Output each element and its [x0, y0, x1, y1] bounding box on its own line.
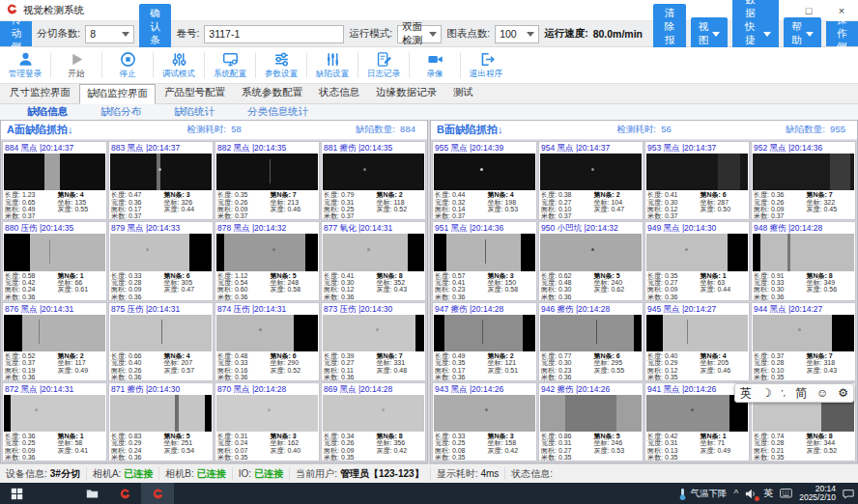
stat-area: 面积: 0.12 — [647, 367, 699, 374]
weather-text: 气温下降 — [690, 488, 727, 500]
defect-cell-953[interactable]: 953 黑点 |20:14:37长度: 0.41宽度: 0.30面积: 0.12… — [644, 141, 750, 220]
defect-cell-title: 951 黑点 |20:14:36 — [433, 222, 536, 234]
status-segment-6: 状态信息: — [511, 467, 561, 481]
param-settings-button[interactable]: 参数设置 — [256, 47, 306, 83]
tab-main-5[interactable]: 边缘数据记录 — [368, 83, 444, 103]
tab-main-2[interactable]: 产品型号配置 — [157, 83, 233, 103]
exit-program-button[interactable]: 退出程序 — [461, 47, 511, 83]
defect-cell-872[interactable]: 872 黑点 |20:14:31长度: 0.36宽度: 0.25面积: 0.09… — [2, 382, 107, 462]
defect-cell-950[interactable]: 950 小凹坑 |20:14:32长度: 0.62宽度: 0.48面积: 0.3… — [538, 221, 644, 300]
taskbar-left — [0, 483, 174, 504]
defect-cell-878[interactable]: 878 黑点 |20:14:32长度: 1.12宽度: 0.54面积: 0.60… — [214, 221, 320, 300]
debug-mode-button[interactable]: 调试模式 — [154, 47, 204, 83]
tab-sub-1[interactable]: 缺陷分布 — [100, 105, 141, 119]
defect-cell-884[interactable]: 884 黑点 |20:14:37长度: 1.23宽度: 0.65面积: 0.49… — [2, 141, 107, 220]
stat-length: 长度: 0.41 — [324, 272, 375, 279]
defect-cell-944[interactable]: 944 黑点 |20:14:27长度: 0.37宽度: 0.28面积: 0.10… — [751, 302, 856, 381]
defect-cell-945[interactable]: 945 黑点 |20:14:27长度: 0.40宽度: 0.29面积: 0.12… — [644, 302, 750, 381]
volume-icon[interactable] — [745, 489, 757, 499]
defect-cell-949[interactable]: 949 黑点 |20:14:30长度: 0.35宽度: 0.27面积: 0.09… — [644, 221, 750, 300]
tab-main-1[interactable]: 缺陷监控界面 — [79, 84, 156, 104]
ime-punctuation-toggle[interactable]: ’, — [782, 389, 786, 398]
ime-simplified-toggle[interactable]: 简 — [795, 387, 807, 399]
defect-cell-881[interactable]: 881 擦伤 |20:14:35长度: 0.79宽度: 0.31面积: 0.25… — [321, 141, 426, 220]
run-mode-select[interactable]: 双面检测 — [397, 25, 442, 43]
stat-meters: 米数: 0.36 — [5, 454, 56, 461]
system-config-button[interactable]: 系统配置 — [205, 47, 255, 83]
defect-cell-942[interactable]: 942 擦伤 |20:14:26长度: 0.86宽度: 0.31面积: 0.27… — [538, 382, 644, 462]
defect-cell-title: 872 黑点 |20:14:31 — [3, 383, 106, 395]
defect-cell-870[interactable]: 870 黑点 |20:14:28长度: 0.31宽度: 0.24面积: 0.07… — [214, 382, 320, 462]
defect-settings-button[interactable]: 缺陷设置 — [307, 47, 358, 83]
tab-main-3[interactable]: 系统参数配置 — [234, 83, 310, 103]
defect-cell-952[interactable]: 952 黑点 |20:14:36长度: 0.36宽度: 0.26面积: 0.09… — [751, 141, 856, 220]
defect-cell-946[interactable]: 946 擦伤 |20:14:28长度: 0.77宽度: 0.30面积: 0.23… — [538, 302, 644, 381]
defect-cell-955[interactable]: 955 黑点 |20:14:39长度: 0.44宽度: 0.32面积: 0.14… — [432, 141, 537, 220]
ime-language-indicator[interactable]: 英 — [763, 487, 773, 500]
defect-cell-943[interactable]: 943 黑点 |20:14:26长度: 0.33宽度: 0.25面积: 0.08… — [432, 382, 537, 462]
taskbar-app-explorer[interactable] — [75, 483, 108, 504]
system-config-label: 系统配置 — [214, 69, 246, 80]
stat-area: 面积: 0.24 — [5, 286, 56, 293]
defect-cell-954[interactable]: 954 黑点 |20:14:37长度: 0.38宽度: 0.27面积: 0.10… — [538, 141, 644, 220]
tab-sub-2[interactable]: 缺陷统计 — [174, 105, 214, 119]
weather-widget[interactable]: 气温下降 — [678, 488, 727, 500]
defect-cell-869[interactable]: 869 黑点 |20:14:28长度: 0.34宽度: 0.26面积: 0.09… — [321, 382, 426, 462]
defect-cell-948[interactable]: 948 擦伤 |20:14:28长度: 0.91宽度: 0.33面积: 0.30… — [751, 221, 856, 300]
ime-english-toggle[interactable]: 英 — [740, 387, 752, 399]
defect-cell-880[interactable]: 880 压伤 |20:14:35长度: 0.58宽度: 0.42面积: 0.24… — [2, 221, 107, 300]
stat-coord: 坐标: 349 — [807, 279, 853, 286]
stat-gray: 灰度: 0.43 — [807, 367, 853, 374]
taskbar-app-inspection-2[interactable] — [141, 483, 174, 504]
defect-cell-title: 952 黑点 |20:14:36 — [752, 142, 855, 154]
defect-cell-951[interactable]: 951 黑点 |20:14:36长度: 0.57宽度: 0.41面积: 0.23… — [432, 221, 537, 300]
tab-main-4[interactable]: 状态信息 — [311, 83, 367, 103]
log-record-button[interactable]: 日志记录 — [358, 47, 409, 83]
chevron-down-icon — [712, 32, 720, 37]
defect-image — [753, 315, 854, 351]
defect-cell-882[interactable]: 882 黑点 |20:14:35长度: 0.35宽度: 0.26面积: 0.09… — [214, 141, 320, 220]
help-menu-button[interactable]: 帮助 — [784, 17, 821, 50]
admin-login-button[interactable]: 管理登录 — [0, 47, 50, 83]
defect-cell-title: 879 黑点 |20:14:33 — [109, 222, 213, 234]
defect-image — [646, 315, 748, 351]
slit-count-select[interactable]: 8 — [85, 25, 133, 43]
slit-count-label: 分切条数: — [37, 27, 80, 41]
record-video-button[interactable]: 录像 — [410, 47, 460, 83]
defect-cell-883[interactable]: 883 黑点 |20:14:37长度: 0.47宽度: 0.36面积: 0.17… — [108, 141, 214, 220]
ime-settings-gear-icon[interactable]: ⚙ — [838, 387, 848, 399]
tray-expand-caret[interactable]: ^ — [733, 489, 738, 499]
monitor-icon — [222, 50, 239, 68]
defect-cell-877[interactable]: 877 氧化 |20:14:31长度: 0.41宽度: 0.30面积: 0.12… — [321, 221, 426, 300]
defect-cell-871[interactable]: 871 擦伤 |20:14:30长度: 0.83宽度: 0.29面积: 0.24… — [108, 382, 214, 462]
start-button[interactable]: 开始 — [51, 47, 101, 83]
taskbar-app-inspection-1[interactable] — [108, 483, 141, 504]
defect-cell-875[interactable]: 875 压伤 |20:14:31长度: 0.66宽度: 0.40面积: 0.26… — [108, 302, 214, 381]
operator-side-button[interactable]: 操作侧 — [826, 21, 858, 46]
view-menu-button[interactable]: 视图 — [691, 17, 729, 50]
defect-cell-874[interactable]: 874 压伤 |20:14:31长度: 0.48宽度: 0.33面积: 0.16… — [214, 302, 320, 381]
start-menu-button[interactable] — [0, 483, 33, 504]
volume-badge — [755, 496, 759, 501]
tab-main-6[interactable]: 测试 — [445, 83, 481, 103]
tab-sub-3[interactable]: 分类信息统计 — [247, 105, 308, 119]
defect-cell-876[interactable]: 876 黑点 |20:14:31长度: 0.52宽度: 0.37面积: 0.19… — [2, 302, 107, 381]
clock-widget[interactable]: 20:14 2025/2/10 — [799, 485, 836, 503]
ime-moon-icon[interactable]: ☽ — [761, 387, 772, 399]
defect-cell-873[interactable]: 873 压伤 |20:14:30长度: 0.39宽度: 0.27面积: 0.11… — [321, 302, 426, 381]
defect-cell-947[interactable]: 947 擦伤 |20:14:28长度: 0.49宽度: 0.35面积: 0.17… — [432, 302, 537, 381]
chart-points-select[interactable]: 100 — [495, 25, 539, 43]
drive-side-button[interactable]: 传动侧 — [0, 21, 32, 46]
ime-emoji-icon[interactable]: ☺ — [816, 387, 828, 399]
action-center-icon[interactable] — [843, 489, 854, 499]
defect-cell-879[interactable]: 879 黑点 |20:14:33长度: 0.33宽度: 0.28面积: 0.09… — [108, 221, 214, 300]
keyboard-icon[interactable] — [780, 489, 792, 498]
defect-stats: 长度: 0.36宽度: 0.26面积: 0.09米数: 0.37第N条: 7坐标… — [752, 190, 855, 219]
stop-button[interactable]: 停止 — [102, 47, 153, 83]
exit-program-label: 退出程序 — [470, 69, 502, 80]
tab-sub-0[interactable]: 缺陷信息 — [27, 105, 68, 119]
tab-main-0[interactable]: 尺寸监控界面 — [2, 83, 78, 103]
stat-width: 宽度: 0.24 — [217, 439, 269, 446]
defect-cell-title: 954 黑点 |20:14:37 — [539, 142, 643, 154]
roll-number-input[interactable] — [204, 25, 344, 43]
